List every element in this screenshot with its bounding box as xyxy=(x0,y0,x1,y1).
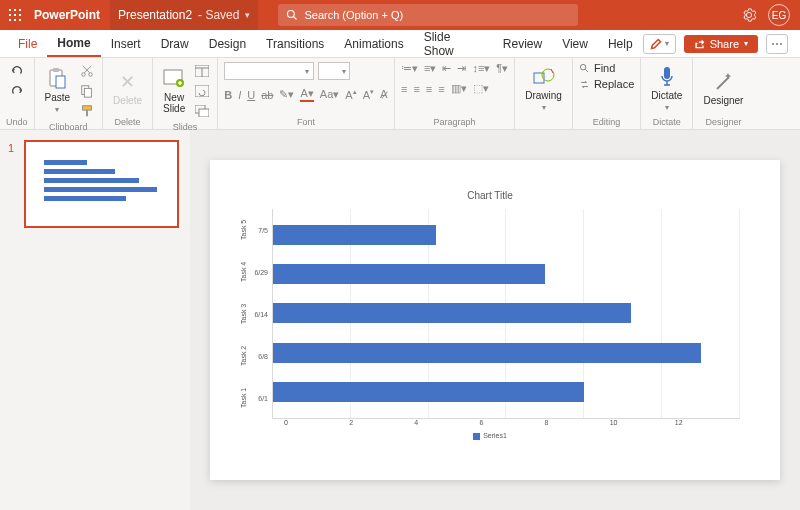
columns-button[interactable]: ▥▾ xyxy=(451,82,467,95)
avatar-initials: EG xyxy=(772,10,786,21)
grow-font-button[interactable]: A▴ xyxy=(345,88,356,101)
chart-title: Chart Title xyxy=(240,190,740,201)
search-input[interactable]: Search (Option + Q) xyxy=(278,4,578,26)
group-designer: Designer Designer xyxy=(693,58,753,129)
tab-view[interactable]: View xyxy=(552,30,598,57)
align-left-button[interactable]: ≡ xyxy=(401,83,407,95)
chart-area: Task 5 Task 4 Task 3 Task 2 Task 1 7/5 6… xyxy=(240,209,740,419)
font-family-select[interactable]: ▾ xyxy=(224,62,314,80)
editing-mode-button[interactable]: ▾ xyxy=(643,34,676,54)
gear-icon[interactable] xyxy=(742,8,756,22)
tab-transitions[interactable]: Transitions xyxy=(256,30,334,57)
highlight-button[interactable]: ✎▾ xyxy=(279,88,294,101)
tab-animations[interactable]: Animations xyxy=(334,30,413,57)
format-painter-button[interactable] xyxy=(78,102,96,120)
dictate-button[interactable]: Dictate ▾ xyxy=(647,64,686,114)
tab-help[interactable]: Help xyxy=(598,30,643,57)
group-label-dictate: Dictate xyxy=(653,115,681,127)
strikethrough-button[interactable]: ab xyxy=(261,89,273,101)
italic-button[interactable]: I xyxy=(238,89,241,101)
replace-button[interactable]: Replace xyxy=(579,78,634,90)
group-slides: New Slide Slides xyxy=(153,58,218,129)
tab-draw[interactable]: Draw xyxy=(151,30,199,57)
designer-button[interactable]: Designer xyxy=(699,69,747,108)
tab-slideshow[interactable]: Slide Show xyxy=(414,30,493,57)
slide-thumbnail-1[interactable] xyxy=(24,140,179,228)
svg-rect-5 xyxy=(19,14,21,16)
new-slide-button[interactable]: New Slide xyxy=(159,66,189,116)
tab-file[interactable]: File xyxy=(8,30,47,57)
workspace: 1 Chart Title Task 5 Task 4 Task 3 xyxy=(0,130,800,510)
group-label-delete: Delete xyxy=(115,115,141,127)
justify-button[interactable]: ≡ xyxy=(438,83,444,95)
change-case-button[interactable]: Aa▾ xyxy=(320,88,339,101)
tab-review[interactable]: Review xyxy=(493,30,552,57)
svg-rect-17 xyxy=(84,88,91,97)
svg-rect-0 xyxy=(9,9,11,11)
group-label-drawing xyxy=(542,115,545,127)
tab-design[interactable]: Design xyxy=(199,30,256,57)
group-label-designer: Designer xyxy=(705,115,741,127)
shrink-font-button[interactable]: A▾ xyxy=(363,88,374,101)
share-button[interactable]: Share ▾ xyxy=(684,35,758,53)
svg-rect-13 xyxy=(56,76,65,88)
share-icon xyxy=(694,38,705,49)
chevron-down-icon: ▾ xyxy=(542,103,546,112)
smartart-button[interactable]: ⬚▾ xyxy=(473,82,489,95)
avatar[interactable]: EG xyxy=(768,4,790,26)
search-icon xyxy=(286,9,298,21)
more-button[interactable]: ⋯ xyxy=(766,34,788,54)
chevron-down-icon: ▾ xyxy=(665,103,669,112)
text-direction-button[interactable]: ¶▾ xyxy=(496,62,508,75)
redo-button[interactable] xyxy=(8,82,26,100)
indent-left-button[interactable]: ⇤ xyxy=(442,62,451,75)
thumbnail-chart-preview xyxy=(44,156,167,216)
delete-icon: ✕ xyxy=(120,71,135,93)
indent-right-button[interactable]: ⇥ xyxy=(457,62,466,75)
font-size-select[interactable]: ▾ xyxy=(318,62,350,80)
app-launcher-icon[interactable] xyxy=(0,9,30,21)
svg-rect-26 xyxy=(199,109,209,117)
legend-swatch xyxy=(473,433,480,440)
svg-rect-8 xyxy=(19,19,21,21)
chart-bar xyxy=(273,264,545,284)
numbering-button[interactable]: ≡▾ xyxy=(424,62,436,75)
mic-icon xyxy=(659,66,675,88)
section-button[interactable] xyxy=(193,102,211,120)
slide-thumbnail-panel: 1 xyxy=(0,130,190,510)
date-label: 6/14 xyxy=(250,311,268,318)
underline-button[interactable]: U xyxy=(247,89,255,101)
group-label-editing: Editing xyxy=(593,115,621,127)
bullets-button[interactable]: ≔▾ xyxy=(401,62,418,75)
font-color-button[interactable]: A▾ xyxy=(300,87,313,102)
find-button[interactable]: Find xyxy=(579,62,615,74)
slide[interactable]: Chart Title Task 5 Task 4 Task 3 Task 2 … xyxy=(210,160,780,480)
align-center-button[interactable]: ≡ xyxy=(413,83,419,95)
svg-rect-12 xyxy=(53,68,59,72)
copy-button[interactable] xyxy=(78,82,96,100)
align-right-button[interactable]: ≡ xyxy=(426,83,432,95)
ylabel: Task 5 xyxy=(240,212,247,248)
tab-insert[interactable]: Insert xyxy=(101,30,151,57)
document-title-block[interactable]: Presentation2 - Saved ▾ xyxy=(110,0,258,30)
chart-x-axis: 024681012 xyxy=(240,419,740,426)
reset-button[interactable] xyxy=(193,82,211,100)
drawing-button[interactable]: Drawing ▾ xyxy=(521,64,566,114)
tab-home[interactable]: Home xyxy=(47,30,100,57)
date-label: 6/8 xyxy=(250,353,268,360)
cut-button[interactable] xyxy=(78,62,96,80)
clear-format-button[interactable]: A̷ xyxy=(380,88,388,101)
layout-button[interactable] xyxy=(193,62,211,80)
delete-button: ✕ Delete xyxy=(109,69,146,108)
line-spacing-button[interactable]: ↕≡▾ xyxy=(472,62,490,75)
undo-button[interactable] xyxy=(8,62,26,80)
slide-canvas[interactable]: Chart Title Task 5 Task 4 Task 3 Task 2 … xyxy=(190,130,800,510)
x-tick: 0 xyxy=(284,419,349,426)
bold-button[interactable]: B xyxy=(224,89,232,101)
new-slide-icon xyxy=(163,69,185,89)
document-name: Presentation2 xyxy=(118,8,192,22)
date-label: 6/29 xyxy=(250,269,268,276)
svg-rect-2 xyxy=(19,9,21,11)
group-label-font: Font xyxy=(224,115,388,127)
paste-button[interactable]: Paste ▾ xyxy=(41,66,75,116)
